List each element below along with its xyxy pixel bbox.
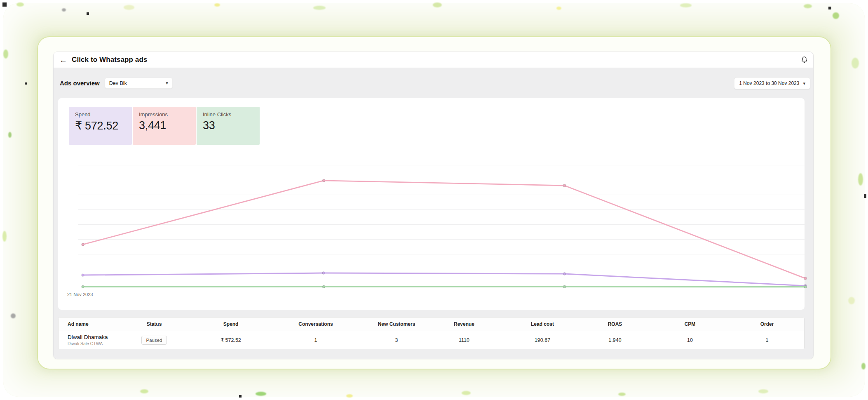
date-range-selector[interactable]: 1 Nov 2023 to 30 Nov 2023 ▾ <box>734 77 810 89</box>
stat-value: 33 <box>203 119 253 132</box>
stat-card-inline-clicks: Inline Clicks 33 <box>197 107 260 145</box>
app-body: Ads overview Dev Bik ▾ 1 Nov 2023 to 30 … <box>54 68 813 359</box>
account-selector-value: Dev Bik <box>109 80 127 86</box>
column-header-ad-name[interactable]: Ad name <box>68 321 122 327</box>
cell-spend: ₹ 572.52 <box>186 337 276 343</box>
page-title: Click to Whatsapp ads <box>72 56 147 64</box>
chevron-down-icon: ▾ <box>803 81 805 85</box>
cell-status: Paused <box>122 336 186 345</box>
column-header-cpm[interactable]: CPM <box>636 321 744 327</box>
account-selector[interactable]: Dev Bik ▾ <box>105 78 173 89</box>
notifications-bell-icon[interactable] <box>800 56 808 64</box>
app-header: ← Click to Whatsapp ads <box>54 52 813 68</box>
cell-conversations: 1 <box>276 337 356 343</box>
stat-label: Inline Clicks <box>203 111 253 118</box>
ad-subtitle: Diwali Sale CTWA <box>68 341 122 346</box>
cell-lead-cost: 190.67 <box>491 337 594 343</box>
cell-roas: 1.940 <box>594 337 636 343</box>
stat-cards: Spend ₹ 572.52 Impressions 3,441 Inline … <box>69 107 260 145</box>
stat-value: 3,441 <box>139 119 190 132</box>
column-header-new-customers[interactable]: New Customers <box>356 321 437 327</box>
column-header-spend[interactable]: Spend <box>186 321 276 327</box>
back-arrow-icon[interactable]: ← <box>59 56 67 64</box>
outer-frame: ← Click to Whatsapp ads Ads overview Dev… <box>37 36 831 369</box>
cell-revenue: 1110 <box>437 337 491 343</box>
cell-ad-name[interactable]: Diwali Dhamaka Diwali Sale CTWA <box>68 334 122 346</box>
svg-text:21 Nov 2023: 21 Nov 2023 <box>67 292 93 297</box>
stat-card-impressions: Impressions 3,441 <box>133 107 196 145</box>
column-header-order[interactable]: Order <box>744 321 790 327</box>
column-header-roas[interactable]: ROAS <box>594 321 636 327</box>
stat-card-spend: Spend ₹ 572.52 <box>69 107 132 145</box>
date-range-value: 1 Nov 2023 to 30 Nov 2023 <box>739 80 799 86</box>
stat-label: Spend <box>75 111 126 118</box>
cell-new-customers: 3 <box>356 337 437 343</box>
page-background: ← Click to Whatsapp ads Ads overview Dev… <box>0 0 868 400</box>
ads-table: Ad name Status Spend Conversations New C… <box>58 317 805 349</box>
section-title: Ads overview <box>60 80 100 87</box>
overview-panel: Spend ₹ 572.52 Impressions 3,441 Inline … <box>58 98 805 310</box>
chevron-down-icon: ▾ <box>166 81 168 85</box>
toolbar: Ads overview Dev Bik ▾ 1 Nov 2023 to 30 … <box>54 68 813 98</box>
stat-value: ₹ 572.52 <box>75 119 126 132</box>
column-header-status[interactable]: Status <box>122 321 186 327</box>
stat-label: Impressions <box>139 111 190 118</box>
column-header-conversations[interactable]: Conversations <box>276 321 356 327</box>
column-header-revenue[interactable]: Revenue <box>437 321 491 327</box>
cell-order: 1 <box>744 337 790 343</box>
column-header-lead-cost[interactable]: Lead cost <box>491 321 594 327</box>
status-badge: Paused <box>141 336 167 345</box>
cell-cpm: 10 <box>636 337 744 343</box>
app-window: ← Click to Whatsapp ads Ads overview Dev… <box>53 52 814 359</box>
table-row[interactable]: Diwali Dhamaka Diwali Sale CTWA Paused ₹… <box>59 331 804 349</box>
table-header-row: Ad name Status Spend Conversations New C… <box>59 318 804 331</box>
